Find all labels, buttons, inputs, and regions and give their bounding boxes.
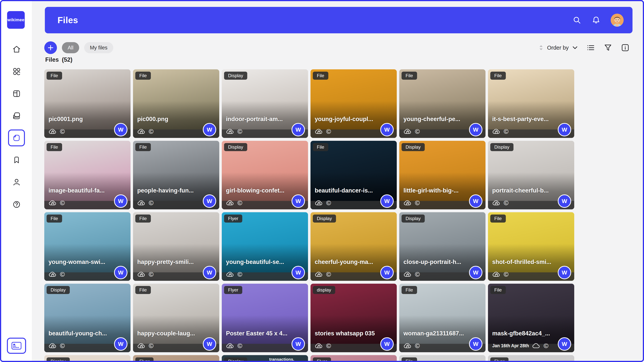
lock-icon [318, 202, 320, 205]
notifications-bell-icon[interactable] [592, 15, 601, 25]
file-card[interactable]: File pic0001.png © W [44, 69, 130, 138]
file-card[interactable]: File happy-pretty-smili... © W [133, 212, 219, 281]
filter-chip-all[interactable]: All [62, 42, 79, 53]
file-type-badge: File [490, 72, 506, 80]
copyright-icon: © [326, 271, 331, 278]
cloud-sync-icon [137, 271, 146, 278]
file-card[interactable]: Display girl-blowing-confet... © W [222, 141, 308, 209]
file-type-badge: Flyer [224, 215, 242, 223]
copyright-icon: © [415, 343, 420, 349]
avatar-illustration [611, 13, 624, 27]
logo[interactable]: wikimee [7, 11, 25, 29]
file-card[interactable]: File woman-ga21311687... © W [399, 284, 486, 352]
workspace-w-badge: W [114, 123, 128, 136]
file-card[interactable]: File it-s-best-party-eve... © W [488, 69, 574, 138]
file-type-badge: Flyer [135, 358, 154, 362]
lock-icon [52, 202, 54, 205]
file-card[interactable]: File pic000.png © W [133, 69, 219, 138]
workspace-w-badge: W [380, 123, 394, 136]
file-meta: © [315, 128, 331, 135]
sidebar-item-bookmarks[interactable] [1, 156, 32, 165]
file-meta: © [315, 342, 331, 349]
lock-icon [52, 274, 54, 277]
file-type-badge: File [402, 358, 417, 362]
cloud-sync-icon [404, 128, 412, 135]
add-file-button[interactable] [44, 41, 57, 54]
copyright-icon: © [415, 128, 420, 135]
lock-icon [406, 345, 409, 348]
file-name: mask-gfbe842ac4_... [492, 330, 556, 337]
sidebar-item-templates[interactable] [1, 111, 32, 120]
file-name: image-beautiful-fa... [48, 187, 113, 194]
file-card[interactable]: Display portrait-cheerful-b... © W [488, 141, 574, 209]
cloud-sync-icon [226, 271, 234, 278]
file-card[interactable]: File © W [399, 355, 486, 362]
logo-text: wikimee [7, 17, 24, 22]
workspace-w-badge: W [469, 123, 482, 136]
file-type-badge: Display [46, 286, 70, 294]
file-card[interactable]: File happy-couple-laug... © W [133, 284, 219, 352]
workspace-w-badge: W [558, 123, 571, 136]
file-card[interactable]: Flyer © W [310, 355, 397, 362]
file-card[interactable]: File mask-gfbe842ac4_... Jan 16th Apr 28… [488, 284, 574, 352]
copyright-icon: © [504, 200, 508, 206]
file-name: girl-blowing-confet... [226, 187, 290, 194]
file-type-badge: File [402, 72, 417, 80]
workspace-w-badge: W [469, 337, 482, 351]
file-card[interactable]: File young-woman-swi... © W [44, 212, 130, 281]
file-meta: © [404, 128, 420, 135]
lock-icon [495, 202, 498, 205]
file-card[interactable]: transactions. Display © W [222, 355, 308, 362]
file-card[interactable]: Flyer young-beautiful-se... © W [222, 212, 308, 281]
file-meta: © [226, 342, 242, 349]
file-card[interactable]: Flyer © W [133, 355, 219, 362]
page-title: Files [58, 15, 78, 25]
file-type-badge: Display [224, 358, 247, 362]
file-card[interactable]: File young-joyful-coupl... © W [310, 69, 397, 138]
file-card[interactable]: Display beautiful-young-ch... © W [44, 284, 130, 352]
file-name: pic0001.png [48, 116, 113, 123]
file-card[interactable]: File image-beautiful-fa... © W [44, 141, 130, 209]
sidebar-item-categories[interactable] [1, 67, 32, 76]
lock-icon [140, 345, 143, 348]
sidebar-item-files-active[interactable] [8, 129, 25, 146]
workspace-w-badge: W [558, 337, 571, 351]
list-view-icon[interactable] [586, 43, 595, 52]
sidebar-item-help[interactable] [1, 200, 32, 209]
sidebar-bottom-card-button[interactable] [7, 338, 26, 354]
sidebar-item-profile[interactable] [1, 178, 32, 187]
file-meta: © [404, 342, 420, 349]
copyright-icon: © [415, 271, 420, 278]
file-card[interactable]: File young-cheerful-pe... © W [399, 69, 486, 138]
file-card[interactable]: File people-having-fun... © W [133, 141, 219, 209]
file-card[interactable]: File shot-of-thrilled-smi... © W [488, 212, 574, 281]
order-by-dropdown[interactable]: Order by [538, 44, 578, 51]
file-type-badge: Flyer [313, 358, 331, 362]
filter-funnel-icon[interactable] [604, 43, 612, 52]
user-avatar[interactable] [611, 13, 624, 27]
file-card[interactable]: Flyer Poster Easter 45 x 4... © W [222, 284, 308, 352]
lock-icon [495, 131, 498, 134]
card-icon [12, 342, 22, 350]
file-card[interactable]: Display indoor-portrait-am... © W [222, 69, 308, 138]
file-type-badge: File [490, 215, 506, 223]
page-header: Files [45, 7, 632, 33]
sidebar-item-layouts[interactable] [1, 89, 32, 98]
file-card[interactable]: display stories whatsapp 035 © W [310, 284, 397, 352]
copyright-icon: © [504, 128, 508, 135]
file-card[interactable]: Display little-girl-with-big-... © W [399, 141, 486, 209]
info-icon[interactable] [621, 43, 630, 52]
file-card[interactable]: File beautiful-dancer-is... © W [310, 141, 397, 209]
lock-icon [52, 345, 54, 348]
filter-chip-my-files[interactable]: My files [84, 42, 113, 53]
file-type-badge: File [135, 215, 151, 223]
file-card[interactable]: Display cheerful-young-ma... © W [310, 212, 397, 281]
file-name: woman-ga21311687... [404, 330, 468, 337]
file-card[interactable]: Display © W [44, 355, 130, 362]
file-card[interactable]: Display close-up-portrait-h... © W [399, 212, 486, 281]
plus-icon [47, 44, 54, 51]
file-card[interactable]: Flyer © W [488, 355, 574, 362]
sidebar-item-home[interactable] [1, 45, 32, 54]
cloud-sync-icon [404, 199, 412, 206]
search-icon[interactable] [572, 15, 582, 25]
